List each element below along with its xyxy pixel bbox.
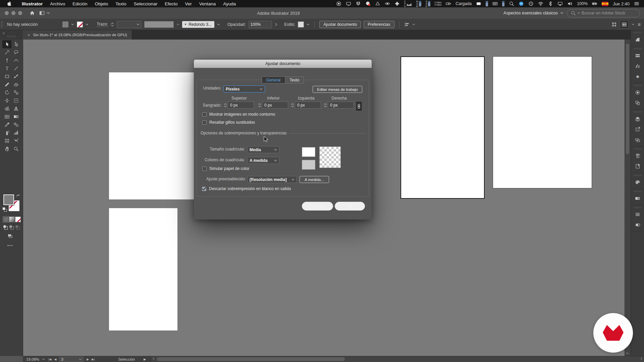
- direct-selection-tool[interactable]: [11, 40, 20, 48]
- swap-fill-stroke-icon[interactable]: [16, 194, 20, 197]
- fill-color-swatch[interactable]: [62, 21, 68, 27]
- menu-ventana[interactable]: Ventana: [196, 1, 220, 6]
- tab-general[interactable]: General: [262, 76, 285, 83]
- airplay-icon[interactable]: [557, 1, 563, 6]
- pathfinder-panel-icon[interactable]: [631, 98, 644, 108]
- document-arrangement-dropdown[interactable]: [620, 20, 629, 28]
- collapse-panel-icon[interactable]: «: [3, 31, 4, 35]
- home-icon[interactable]: [30, 10, 35, 16]
- fill-proxy-swatch[interactable]: [3, 194, 14, 205]
- draw-inside-icon[interactable]: [15, 225, 20, 230]
- bleed-field-izquierda[interactable]: 0 px: [291, 102, 321, 109]
- horizontal-scroll-thumb[interactable]: [157, 357, 345, 361]
- stroke-panel-icon[interactable]: [631, 209, 644, 220]
- scale-tool[interactable]: [11, 88, 20, 97]
- discard-overprint-checkbox-row[interactable]: Descartar sobreimpresión en blanco en sa…: [202, 186, 291, 191]
- color-mode-button[interactable]: [3, 217, 9, 222]
- bleed-field-inferior[interactable]: 0 px: [258, 102, 288, 109]
- dock-grip[interactable]: [634, 32, 641, 33]
- profile-chevron-icon[interactable]: [176, 23, 179, 26]
- dock-grip[interactable]: [634, 191, 641, 192]
- layout-switcher-icon[interactable]: [39, 10, 45, 16]
- layers-panel-icon[interactable]: [631, 114, 644, 124]
- swatches-panel-icon[interactable]: [631, 50, 644, 61]
- bleed-input[interactable]: 0 px: [228, 102, 254, 109]
- eye-icon[interactable]: [385, 1, 390, 6]
- stepper-icon[interactable]: [258, 103, 261, 108]
- symbol-sprayer-tool[interactable]: [2, 129, 11, 137]
- opacity-field[interactable]: 100%: [249, 21, 272, 28]
- free-transform-tool[interactable]: [11, 97, 20, 105]
- dock-grip[interactable]: [634, 148, 641, 149]
- last-artboard-button[interactable]: ▶|: [92, 358, 95, 361]
- istat-bar-icon[interactable]: [486, 1, 488, 6]
- arrange-grid-icon[interactable]: [611, 22, 617, 27]
- controller-icon[interactable]: [394, 1, 400, 6]
- menu-illustrator[interactable]: Illustrator: [18, 1, 46, 6]
- draw-behind-icon[interactable]: [9, 225, 14, 230]
- stroke-label[interactable]: Trazo:: [97, 22, 108, 27]
- artboard-tool[interactable]: [2, 137, 11, 145]
- artboard-3-active[interactable]: [400, 56, 485, 199]
- align-chevron-icon[interactable]: [412, 23, 415, 26]
- spotlight-icon[interactable]: [509, 1, 514, 6]
- screen-mode-icon[interactable]: [7, 233, 13, 239]
- paintbrush-tool[interactable]: [11, 72, 20, 80]
- mesh-tool[interactable]: [2, 113, 11, 121]
- vertical-scroll-thumb[interactable]: [626, 44, 629, 154]
- wifi-icon[interactable]: [538, 1, 543, 6]
- bleed-input[interactable]: 0 px: [262, 102, 288, 109]
- dock-grip[interactable]: [634, 175, 641, 176]
- zoom-level-dropdown[interactable]: 19.08%: [23, 357, 48, 361]
- next-artboard-button[interactable]: ▶: [87, 358, 89, 361]
- type-tool[interactable]: T: [2, 64, 11, 72]
- adobe-stock-search-input[interactable]: Buscar en Adobe Stock: [567, 9, 640, 17]
- preferences-button[interactable]: Preferencias: [364, 21, 394, 28]
- bleed-field-derecha[interactable]: 0 px: [324, 102, 354, 109]
- grid-colors-dropdown[interactable]: A medida: [247, 157, 279, 164]
- dock-grip[interactable]: [634, 207, 641, 208]
- notification-list-icon[interactable]: [634, 1, 639, 6]
- istat-bar2-icon[interactable]: [502, 1, 504, 6]
- dialog-title[interactable]: Ajustar documento: [194, 60, 372, 68]
- traffic-light-zoom[interactable]: [18, 11, 22, 15]
- stepper-icon[interactable]: [224, 103, 227, 108]
- time-machine-icon[interactable]: [528, 1, 534, 6]
- menu-clock[interactable]: Jue 2:40: [613, 1, 630, 6]
- stepper-icon[interactable]: [291, 103, 294, 108]
- status-menu-icon[interactable]: ▶: [144, 358, 146, 361]
- dock-grip[interactable]: [634, 111, 641, 113]
- bleed-input[interactable]: 0 px: [295, 102, 321, 109]
- link-bleed-values-button[interactable]: [356, 101, 362, 111]
- document-tab[interactable]: × Sin título-1* al 19.08% (RGB/Previsual…: [23, 30, 132, 40]
- brush-definition-dropdown[interactable]: • Redondo 3...: [182, 21, 214, 28]
- symbols-panel-icon[interactable]: ♣: [631, 71, 644, 81]
- magic-wand-tool[interactable]: [2, 48, 11, 56]
- rotate-tool[interactable]: [2, 88, 11, 97]
- edit-artboards-button[interactable]: Editar mesas de trabajo: [313, 86, 362, 93]
- curvature-tool[interactable]: [11, 56, 20, 64]
- style-chevron-icon[interactable]: [307, 23, 310, 26]
- perspective-grid-tool[interactable]: [11, 105, 20, 113]
- panel-grip[interactable]: [7, 36, 16, 37]
- brush-chevron-icon[interactable]: [217, 23, 220, 26]
- draw-normal-icon[interactable]: [3, 225, 8, 230]
- keyboard-icon[interactable]: [492, 1, 498, 6]
- stepper-icon[interactable]: [324, 103, 327, 108]
- layout-chevron-icon[interactable]: [47, 11, 50, 15]
- brushes-panel-icon[interactable]: [631, 61, 644, 71]
- color-guide-panel-icon[interactable]: [631, 87, 644, 98]
- pencil-tool[interactable]: [2, 80, 11, 88]
- opacity-flyout-icon[interactable]: [275, 23, 278, 26]
- outline-mode-checkbox[interactable]: [202, 112, 207, 117]
- menu-ayuda[interactable]: Ayuda: [219, 1, 239, 6]
- stroke-width-stepper[interactable]: [111, 22, 114, 27]
- grid-size-dropdown[interactable]: Media: [247, 146, 279, 153]
- mem-meter[interactable]: M E M: [416, 0, 421, 7]
- vertical-scrollbar[interactable]: [625, 40, 631, 356]
- shape-builder-tool[interactable]: [2, 105, 11, 113]
- cpu-meter[interactable]: C P U: [404, 0, 412, 7]
- color-panel-icon[interactable]: [631, 34, 644, 45]
- simulate-paper-checkbox-row[interactable]: Simular papel de color: [202, 166, 249, 171]
- panel-menu-icon[interactable]: ≡: [638, 21, 641, 27]
